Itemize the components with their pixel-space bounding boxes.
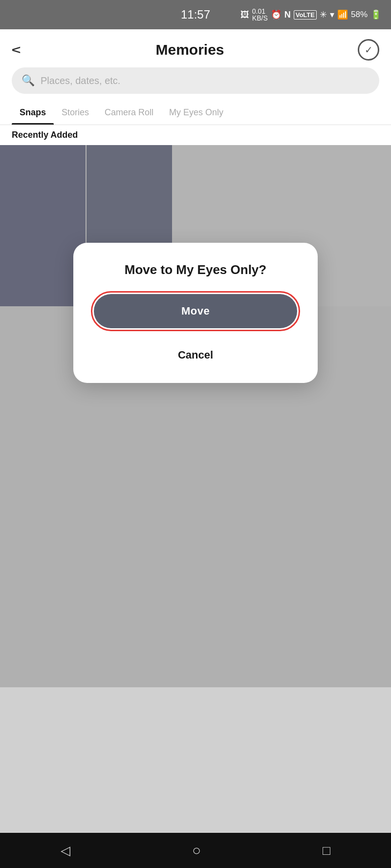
- header: ∨ Memories ✓: [0, 29, 391, 61]
- battery-icon: 🔋: [370, 9, 381, 20]
- check-button[interactable]: ✓: [358, 39, 379, 61]
- battery-percentage: 58%: [351, 10, 368, 20]
- search-bar[interactable]: 🔍 Places, dates, etc.: [12, 67, 379, 94]
- nav-recents-button[interactable]: □: [323, 843, 330, 858]
- nav-home-button[interactable]: ○: [192, 842, 201, 859]
- search-container: 🔍 Places, dates, etc.: [0, 61, 391, 101]
- page-title: Memories: [155, 42, 224, 58]
- tab-snaps[interactable]: Snaps: [12, 101, 54, 125]
- check-icon: ✓: [365, 44, 373, 56]
- data-speed-icon: 0.01KB/S: [252, 8, 268, 21]
- memories-screen: 11:57 🖼 0.01KB/S ⏰ N VoLTE ✳ ▾ 📶 58% 🔋: [0, 0, 391, 868]
- dialog-title: Move to My Eyes Only?: [125, 262, 266, 277]
- back-chevron[interactable]: ∨: [9, 45, 25, 55]
- bottom-nav: ◁ ○ □: [0, 833, 391, 868]
- nfc-icon: N: [284, 10, 291, 20]
- nav-back-button[interactable]: ◁: [61, 843, 70, 858]
- wifi-icon: ▾: [330, 9, 334, 20]
- content-area: Move to My Eyes Only? Move Cancel: [0, 145, 391, 687]
- alarm-icon: ⏰: [271, 9, 282, 20]
- cancel-button[interactable]: Cancel: [178, 345, 213, 365]
- recently-added-label: Recently Added: [0, 125, 391, 145]
- tab-camera-roll[interactable]: Camera Roll: [97, 101, 161, 125]
- bluetooth-icon: ✳: [320, 9, 327, 20]
- app-content: ∨ Memories ✓ 🔍 Places, dates, etc. Snaps…: [0, 29, 391, 687]
- status-icons: 🖼 0.01KB/S ⏰ N VoLTE ✳ ▾ 📶 58% 🔋: [240, 8, 381, 21]
- tab-stories[interactable]: Stories: [54, 101, 97, 125]
- status-time: 11:57: [181, 8, 210, 21]
- status-bar: 11:57 🖼 0.01KB/S ⏰ N VoLTE ✳ ▾ 📶 58% 🔋: [0, 0, 391, 29]
- modal-overlay: Move to My Eyes Only? Move Cancel: [0, 145, 391, 687]
- signal-icon: 📶: [337, 9, 348, 20]
- move-button[interactable]: Move: [94, 294, 297, 328]
- tab-my-eyes-only[interactable]: My Eyes Only: [161, 101, 231, 125]
- search-input[interactable]: Places, dates, etc.: [41, 75, 120, 86]
- volte-icon: VoLTE: [294, 10, 317, 20]
- dialog: Move to My Eyes Only? Move Cancel: [73, 243, 318, 383]
- tabs-container: Snaps Stories Camera Roll My Eyes Only: [0, 101, 391, 125]
- gallery-status-icon: 🖼: [240, 10, 249, 20]
- move-button-wrapper: Move: [91, 291, 300, 331]
- search-icon: 🔍: [22, 74, 35, 87]
